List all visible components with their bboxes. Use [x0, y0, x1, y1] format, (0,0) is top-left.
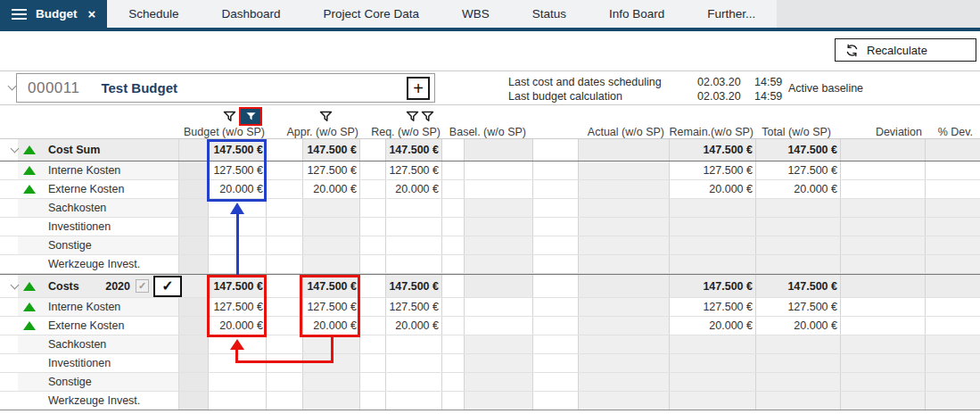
cell-approved[interactable]: 127.500 €	[302, 298, 360, 316]
col-header-remaining[interactable]: Remain.(w/o SP)	[669, 126, 755, 138]
row-label: Interne Kosten	[48, 164, 120, 177]
col-header-actual[interactable]: Actual (w/o SP)	[578, 126, 669, 138]
table-row-costs-2020: Costs 2020 ✓ ✓ 147.500 € 147.500 € 147.5…	[0, 274, 980, 298]
cell-budget[interactable]	[208, 373, 267, 391]
cell-approved[interactable]: 20.000 €	[302, 180, 360, 198]
cell-budget[interactable]: 20.000 €	[208, 317, 267, 335]
cell-percent-deviation	[925, 317, 980, 335]
cell-required[interactable]	[385, 218, 442, 236]
collapse-chevron-icon[interactable]	[5, 148, 23, 152]
cell-budget[interactable]: 147.500 €	[208, 139, 267, 161]
col-header-required[interactable]: Req. (w/o SP)	[360, 126, 442, 138]
row-label: Externe Kosten	[48, 319, 124, 332]
cell-required[interactable]: 147.500 €	[385, 139, 442, 161]
top-nav: Budget × Schedule Dashboard Project Core…	[0, 0, 980, 31]
cell-actual	[578, 236, 669, 254]
cell-deviation	[840, 298, 925, 316]
cell-budget[interactable]	[208, 218, 267, 236]
col-header-baseline[interactable]: Basel. (w/o SP)	[442, 126, 533, 138]
cell-required[interactable]	[385, 236, 442, 254]
cell-budget[interactable]: 147.500 €	[208, 275, 267, 297]
add-button[interactable]: +	[407, 77, 430, 100]
tab-status[interactable]: Status	[511, 0, 588, 28]
tab-label: Further...	[707, 7, 755, 21]
cell-total: 20.000 €	[755, 180, 840, 198]
cell-required[interactable]	[385, 373, 442, 391]
col-header-percent-deviation[interactable]: % Dev.	[925, 126, 980, 138]
approved-filter-icons	[267, 111, 360, 122]
tab-further[interactable]: Further...	[686, 0, 777, 28]
col-header-total[interactable]: Total (w/o SP)	[755, 126, 840, 138]
cell-actual	[578, 298, 669, 316]
table-row-investitionen: Investitionen	[0, 354, 980, 373]
cell-required[interactable]: 127.500 €	[385, 161, 442, 179]
cell-required[interactable]	[385, 354, 442, 372]
cell-baseline	[464, 236, 533, 254]
filter-funnel-active-icon[interactable]	[239, 107, 262, 126]
cell-approved	[302, 255, 360, 273]
cell-total	[755, 392, 840, 410]
col-header-budget[interactable]: Budget (w/o SP)	[178, 126, 267, 138]
row-label: Sonstige	[48, 376, 92, 388]
filter-funnel-icon[interactable]	[223, 111, 236, 122]
cell-budget[interactable]: 127.500 €	[208, 161, 267, 179]
year-label: 2020	[105, 280, 130, 293]
cell-required[interactable]	[385, 199, 442, 217]
tab-schedule[interactable]: Schedule	[107, 0, 200, 28]
cell-budget[interactable]	[208, 199, 267, 217]
cell-actual	[578, 218, 669, 236]
cell-budget[interactable]: 127.500 €	[208, 298, 267, 316]
cell-baseline	[464, 199, 533, 217]
tab-dashboard[interactable]: Dashboard	[201, 0, 302, 28]
cell-required[interactable]: 127.500 €	[385, 298, 442, 316]
cell-percent-deviation	[925, 275, 980, 297]
cell-required[interactable]	[385, 335, 442, 353]
cell-budget[interactable]	[208, 392, 267, 410]
row-label: Costs	[48, 280, 79, 293]
cell-approved[interactable]: 20.000 €	[302, 317, 360, 335]
filter-funnel-icon[interactable]	[319, 111, 333, 122]
tab-info-board[interactable]: Info Board	[588, 0, 686, 28]
cell-required[interactable]	[385, 392, 442, 410]
cell-approved[interactable]: 147.500 €	[302, 139, 360, 161]
cell-approved	[302, 373, 360, 391]
cell-budget[interactable]: 20.000 €	[208, 180, 267, 198]
cell-remaining	[669, 218, 755, 236]
cell-remaining	[669, 199, 755, 217]
hamburger-menu-icon[interactable]	[12, 9, 27, 20]
cell-approved[interactable]: 147.500 €	[302, 275, 360, 297]
cell-budget[interactable]	[208, 255, 267, 273]
cell-deviation	[840, 139, 925, 161]
tab-wbs[interactable]: WBS	[441, 0, 511, 28]
cell-remaining: 20.000 €	[669, 180, 755, 198]
tab-budget-active[interactable]: Budget ×	[0, 0, 107, 28]
cell-total	[755, 199, 840, 217]
cell-required[interactable]: 20.000 €	[385, 317, 442, 335]
cell-required[interactable]	[385, 255, 442, 273]
cell-budget[interactable]	[208, 354, 267, 372]
cell-total	[755, 236, 840, 254]
tab-label: Status	[532, 7, 566, 21]
close-icon[interactable]: ×	[88, 6, 96, 21]
row-label: Werkzeuge Invest.	[48, 394, 140, 407]
row-label: Investitionen	[48, 357, 111, 369]
cell-deviation	[840, 275, 925, 297]
page-title: Test Budget	[101, 80, 177, 95]
cell-budget[interactable]	[208, 335, 267, 353]
meta-time: 14:59	[754, 75, 792, 89]
cell-budget[interactable]	[208, 236, 267, 254]
col-header-approved[interactable]: Appr. (w/o SP)	[267, 126, 360, 138]
cell-required[interactable]: 20.000 €	[385, 180, 442, 198]
table-row-interne-kosten: Interne Kosten 127.500 € 127.500 € 127.5…	[0, 298, 980, 317]
tab-project-core-data[interactable]: Project Core Data	[302, 0, 441, 28]
cell-required[interactable]: 147.500 €	[385, 275, 442, 297]
filter-funnel-icon[interactable]	[421, 111, 434, 122]
filter-funnel-icon[interactable]	[406, 111, 419, 122]
active-checkbox-checked[interactable]: ✓	[153, 276, 182, 297]
cell-approved	[302, 199, 360, 217]
col-header-deviation[interactable]: Deviation	[840, 126, 925, 138]
recalculate-button[interactable]: Recalculate	[835, 38, 976, 62]
row-label: Investitionen	[48, 220, 111, 233]
collapse-chevron-icon[interactable]	[5, 285, 23, 288]
cell-approved[interactable]: 127.500 €	[302, 161, 360, 179]
